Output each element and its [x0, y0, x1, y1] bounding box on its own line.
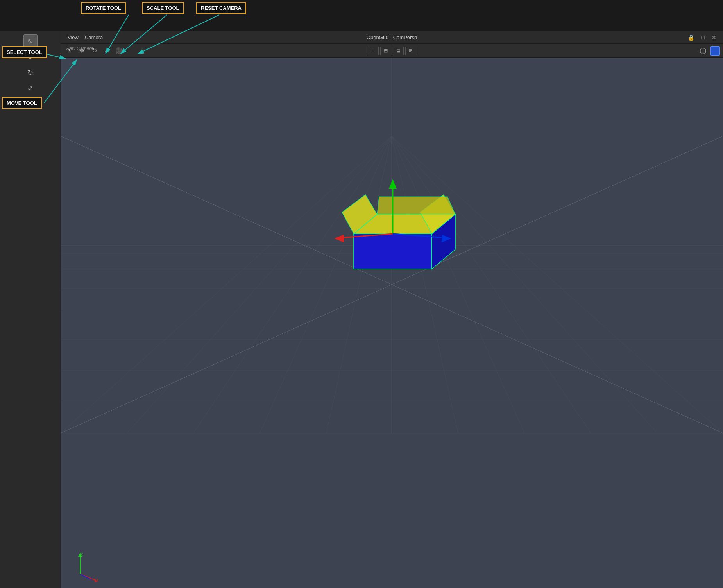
- blue-cube-icon: [710, 46, 720, 56]
- toolbar-camera-button[interactable]: 🎥: [114, 45, 125, 56]
- viewport-title: OpenGL0 - CamPersp: [367, 34, 417, 40]
- perspective-cube-button[interactable]: ⬡: [697, 45, 708, 56]
- scale-tool-button[interactable]: ⤢: [23, 81, 38, 95]
- svg-marker-29: [354, 234, 432, 269]
- viewport-menu-left: View Camera: [65, 33, 105, 41]
- layout-buttons: □ ⬒ ⬓ ⊞: [368, 47, 416, 55]
- viewport-toolbar: ↖ ✥ ↻ ⤢ 🎥 □ ⬒ ⬓ ⊞ ⬡: [61, 44, 723, 58]
- view-camera-label: View Camera: [61, 46, 93, 51]
- viewport-window-buttons: 🔒 □ ✕: [686, 34, 718, 41]
- toolbar-right: ⬡: [697, 45, 720, 56]
- reset-camera-annotation: RESET CAMERA: [196, 2, 246, 14]
- svg-marker-34: [377, 197, 455, 214]
- layout-single-button[interactable]: □: [368, 47, 379, 55]
- layout-quad-button[interactable]: ⊞: [405, 47, 416, 55]
- rotate-tool-annotation: ROTATE TOOL: [81, 2, 126, 14]
- viewport-panel: View Camera OpenGL0 - CamPersp 🔒 □ ✕ ↖ ✥…: [61, 31, 723, 588]
- left-sidebar: ↖ ✥ ↻ ⤢ 🎥: [0, 31, 61, 588]
- svg-line-47: [80, 574, 90, 579]
- viewport-canvas[interactable]: y x z: [61, 58, 723, 588]
- scale-tool-annotation: SCALE TOOL: [142, 2, 184, 14]
- axis-indicator: y x z: [68, 551, 100, 582]
- rotate-tool-button[interactable]: ↻: [23, 66, 38, 80]
- layout-split-h-button[interactable]: ⬓: [393, 47, 404, 55]
- camera-menu-button[interactable]: Camera: [82, 33, 105, 41]
- svg-text:y: y: [81, 552, 83, 556]
- svg-text:x: x: [97, 578, 98, 582]
- svg-text:z: z: [90, 576, 92, 581]
- view-menu-button[interactable]: View: [65, 33, 81, 41]
- grid-overlay: [61, 58, 723, 588]
- move-tool-annotation: MOVE TOOL: [2, 97, 42, 109]
- toolbar-scale-button[interactable]: ⤢: [101, 45, 112, 56]
- layout-split-v-button[interactable]: ⬒: [380, 47, 391, 55]
- lock-window-button[interactable]: 🔒: [686, 34, 696, 41]
- close-window-button[interactable]: ✕: [710, 34, 718, 41]
- maximize-window-button[interactable]: □: [700, 34, 707, 41]
- select-tool-annotation: SELECT TOOL: [2, 46, 47, 58]
- viewport-titlebar: View Camera OpenGL0 - CamPersp 🔒 □ ✕: [61, 31, 723, 44]
